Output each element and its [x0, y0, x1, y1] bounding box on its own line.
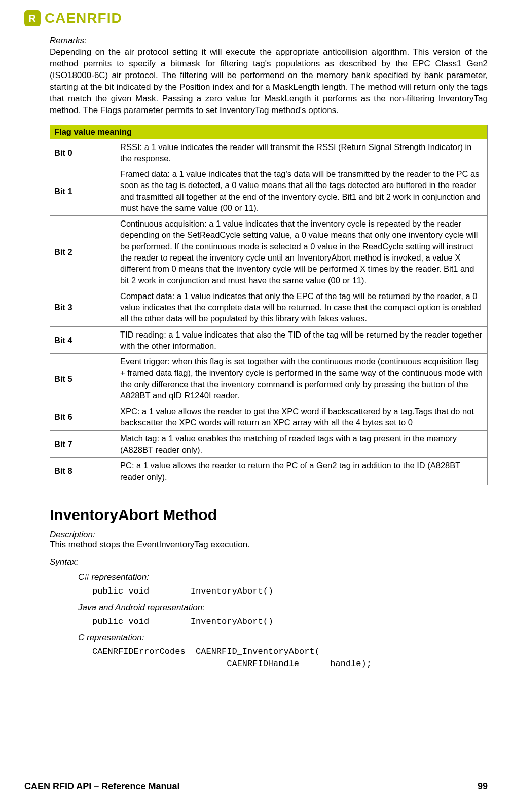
remarks-label: Remarks: — [50, 35, 488, 46]
bit-desc: TID reading: a 1 value indicates that al… — [116, 326, 488, 354]
table-row: Bit 1Framed data: a 1 value indicates th… — [50, 166, 488, 216]
bit-label: Bit 6 — [50, 403, 116, 431]
footer: CAEN RFID API – Reference Manual 99 — [24, 781, 488, 792]
bit-label: Bit 0 — [50, 139, 116, 166]
table-row: Bit 2Continuous acquisition: a 1 value i… — [50, 216, 488, 288]
flag-table: Flag value meaning Bit 0RSSI: a 1 value … — [50, 125, 488, 485]
table-row: Bit 4TID reading: a 1 value indicates th… — [50, 326, 488, 354]
bit-label: Bit 2 — [50, 216, 116, 288]
bit-desc: Event trigger: when this flag is set tog… — [116, 354, 488, 403]
repr-label-java: Java and Android representation: — [78, 603, 488, 613]
table-row: Bit 7Match tag: a 1 value enables the ma… — [50, 430, 488, 458]
bit-desc: Compact data: a 1 value indicates that o… — [116, 288, 488, 326]
bit-desc: XPC: a 1 value allows the reader to get … — [116, 403, 488, 431]
bit-desc: Match tag: a 1 value enables the matchin… — [116, 430, 488, 458]
method-title: InventoryAbort Method — [50, 506, 488, 524]
bit-desc: Continuous acquisition: a 1 value indica… — [116, 216, 488, 288]
bit-desc: RSSI: a 1 value indicates the reader wil… — [116, 139, 488, 166]
footer-right: 99 — [478, 781, 488, 792]
bit-label: Bit 5 — [50, 354, 116, 403]
repr-label-c: C representation: — [78, 633, 488, 643]
bit-label: Bit 1 — [50, 166, 116, 216]
repr-label-csharp: C# representation: — [78, 572, 488, 582]
bit-label: Bit 8 — [50, 458, 116, 485]
table-row: Bit 8PC: a 1 value allows the reader to … — [50, 458, 488, 485]
bit-desc: Framed data: a 1 value indicates that th… — [116, 166, 488, 216]
description-label: Description: — [50, 530, 488, 540]
table-row: Bit 0RSSI: a 1 value indicates the reade… — [50, 139, 488, 166]
bit-label: Bit 3 — [50, 288, 116, 326]
logo-text: CAENRFID — [45, 10, 122, 26]
table-row: Bit 3Compact data: a 1 value indicates t… — [50, 288, 488, 326]
logo-icon: R — [24, 10, 41, 26]
bit-label: Bit 4 — [50, 326, 116, 354]
footer-left: CAEN RFID API – Reference Manual — [24, 781, 179, 792]
code-java: public void InventoryAbort() — [92, 616, 488, 628]
code-csharp: public void InventoryAbort() — [92, 585, 488, 598]
table-row: Bit 6XPC: a 1 value allows the reader to… — [50, 403, 488, 431]
logo: R CAENRFID — [24, 10, 488, 26]
bit-label: Bit 7 — [50, 430, 116, 458]
table-row: Bit 5Event trigger: when this flag is se… — [50, 354, 488, 403]
code-c: CAENRFIDErrorCodes CAENRFID_InventoryAbo… — [92, 646, 488, 670]
table-header: Flag value meaning — [50, 125, 488, 139]
remarks-text: Depending on the air protocol setting it… — [50, 47, 488, 117]
description-text: This method stops the EventInventoryTag … — [50, 540, 488, 550]
syntax-label: Syntax: — [50, 557, 488, 567]
bit-desc: PC: a 1 value allows the reader to retur… — [116, 458, 488, 485]
